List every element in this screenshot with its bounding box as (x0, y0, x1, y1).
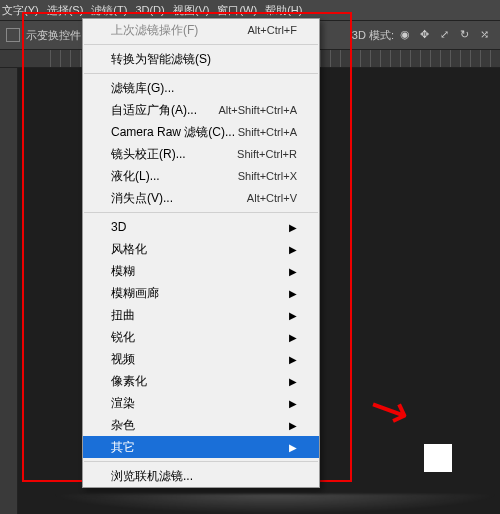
ruler-vertical (0, 68, 18, 514)
menu-distort[interactable]: 扭曲▶ (83, 304, 319, 326)
menu-separator (84, 44, 318, 45)
menu-stylize[interactable]: 风格化▶ (83, 238, 319, 260)
menu-render[interactable]: 渲染▶ (83, 392, 319, 414)
scale-icon[interactable]: ⤮ (480, 28, 494, 42)
menu-3d[interactable]: 3D(D) (135, 4, 164, 16)
white-square (424, 444, 452, 472)
chevron-right-icon: ▶ (289, 222, 297, 233)
menu-window[interactable]: 窗口(W) (217, 3, 257, 18)
menu-vanishing-point[interactable]: 消失点(V)...Alt+Ctrl+V (83, 187, 319, 209)
chevron-right-icon: ▶ (289, 398, 297, 409)
chevron-right-icon: ▶ (289, 288, 297, 299)
chevron-right-icon: ▶ (289, 354, 297, 365)
menu-lens-correction[interactable]: 镜头校正(R)...Shift+Ctrl+R (83, 143, 319, 165)
menu-convert-smart[interactable]: 转换为智能滤镜(S) (83, 48, 319, 70)
chevron-right-icon: ▶ (289, 420, 297, 431)
menu-filter-gallery[interactable]: 滤镜库(G)... (83, 77, 319, 99)
chevron-right-icon: ▶ (289, 442, 297, 453)
menu-separator (84, 73, 318, 74)
menu-noise[interactable]: 杂色▶ (83, 414, 319, 436)
chevron-right-icon: ▶ (289, 332, 297, 343)
chevron-right-icon: ▶ (289, 376, 297, 387)
pan-icon[interactable]: ✥ (420, 28, 434, 42)
zoom-icon[interactable]: ⤢ (440, 28, 454, 42)
checkbox-icon[interactable] (6, 28, 20, 42)
menu-liquify[interactable]: 液化(L)...Shift+Ctrl+X (83, 165, 319, 187)
menu-blur[interactable]: 模糊▶ (83, 260, 319, 282)
menu-help[interactable]: 帮助(H) (265, 3, 302, 18)
chevron-right-icon: ▶ (289, 244, 297, 255)
filter-menu: 上次滤镜操作(F)Alt+Ctrl+F 转换为智能滤镜(S) 滤镜库(G)...… (82, 18, 320, 488)
menu-filter[interactable]: 滤镜(T) (91, 3, 127, 18)
menu-last-filter[interactable]: 上次滤镜操作(F)Alt+Ctrl+F (83, 19, 319, 41)
orbit-icon[interactable]: ◉ (400, 28, 414, 42)
menu-blur-gallery[interactable]: 模糊画廊▶ (83, 282, 319, 304)
chevron-right-icon: ▶ (289, 310, 297, 321)
menu-other[interactable]: 其它▶ (83, 436, 319, 458)
menu-separator (84, 461, 318, 462)
menu-sharpen[interactable]: 锐化▶ (83, 326, 319, 348)
menu-separator (84, 212, 318, 213)
rotate-icon[interactable]: ↻ (460, 28, 474, 42)
menu-video[interactable]: 视频▶ (83, 348, 319, 370)
menubar: 文字(Y) 选择(S) 滤镜(T) 3D(D) 视图(V) 窗口(W) 帮助(H… (0, 0, 500, 20)
menu-camera-raw[interactable]: Camera Raw 滤镜(C)...Shift+Ctrl+A (83, 121, 319, 143)
menu-view[interactable]: 视图(V) (173, 3, 210, 18)
menu-select[interactable]: 选择(S) (47, 3, 84, 18)
canvas-glow (50, 494, 500, 514)
menu-adaptive-wide[interactable]: 自适应广角(A)...Alt+Shift+Ctrl+A (83, 99, 319, 121)
chevron-right-icon: ▶ (289, 266, 297, 277)
menu-pixelate[interactable]: 像素化▶ (83, 370, 319, 392)
menu-text[interactable]: 文字(Y) (2, 3, 39, 18)
menu-3d-sub[interactable]: 3D▶ (83, 216, 319, 238)
transform-controls-label: 示变换控件 (26, 28, 81, 43)
mode-label: 3D 模式: (352, 28, 394, 43)
menu-browse-online[interactable]: 浏览联机滤镜... (83, 465, 319, 487)
